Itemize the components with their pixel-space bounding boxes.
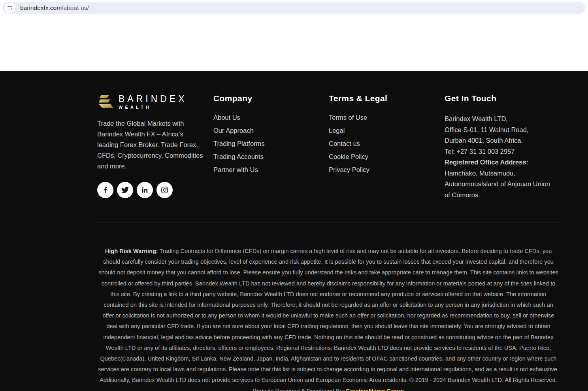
contact-heading: Get In Touch: [445, 94, 560, 103]
footer-columns: BARINDEX WEALTH Trade the Global Markets…: [97, 94, 560, 200]
creativemagic-credit-link[interactable]: CreativeMagic Group: [346, 388, 404, 391]
browser-toolbar: barindexfx.com/about-us/: [0, 0, 588, 16]
brand-wordmark: BARINDEX WEALTH: [119, 94, 187, 110]
url-text[interactable]: barindexfx.com/about-us/: [20, 4, 89, 11]
registered-address-1: Hamchako, Mutsamudu,: [445, 168, 560, 179]
footer-divider: [97, 223, 560, 223]
social-links: [97, 182, 213, 198]
company-heading: Company: [213, 94, 329, 103]
linkedin-button[interactable]: [137, 182, 153, 198]
link-trading-accounts[interactable]: Trading Accounts: [213, 153, 329, 161]
brand-subname: WEALTH: [119, 105, 187, 110]
facebook-button[interactable]: [97, 182, 113, 198]
brand-name: BARINDEX: [119, 94, 187, 104]
linkedin-icon: [141, 186, 149, 194]
contact-company: Barindex Wealth LTD,: [445, 113, 560, 125]
footer-contact-column: Get In Touch Barindex Wealth LTD, Office…: [445, 94, 560, 200]
contact-phone: Tel: +27 31 31 003 2957: [445, 146, 560, 157]
site-settings-icon[interactable]: [5, 3, 15, 13]
link-terms-of-use[interactable]: Terms of Use: [329, 113, 445, 121]
footer-container: BARINDEX WEALTH Trade the Global Markets…: [97, 71, 560, 391]
high-risk-warning-label: High Risk Warning:: [105, 248, 158, 254]
site-footer: BARINDEX WEALTH Trade the Global Markets…: [0, 71, 588, 391]
barindex-logo-icon: [97, 94, 115, 110]
footer-company-column: Company About Us Our Approach Trading Pl…: [213, 94, 329, 200]
disclaimer-body: Trading Contracts for Difference (CFDs) …: [98, 248, 559, 383]
link-cookie-policy[interactable]: Cookie Policy: [329, 153, 445, 161]
brand-description: Trade the Global Markets with Barindex W…: [97, 118, 203, 172]
link-contact-us[interactable]: Contact us: [329, 140, 445, 147]
terms-heading: Terms & Legal: [329, 94, 445, 103]
link-about-us[interactable]: About Us: [213, 113, 329, 121]
registered-address-2: AutonomousIsland of Anjouan Union: [445, 179, 560, 190]
link-our-approach[interactable]: Our Approach: [213, 127, 329, 134]
link-privacy-policy[interactable]: Privacy Policy: [329, 166, 445, 174]
link-trading-platforms[interactable]: Trading Platforms: [213, 140, 329, 147]
footer-terms-column: Terms & Legal Terms of Use Legal Contact…: [329, 94, 445, 200]
instagram-icon: [161, 186, 168, 194]
contact-address-2: Durban 4001, South Africa.: [445, 135, 560, 146]
footer-brand-column: BARINDEX WEALTH Trade the Global Markets…: [97, 94, 213, 200]
instagram-button[interactable]: [156, 182, 173, 198]
contact-address-1: Office S-01, 11 Walnut Road,: [445, 125, 560, 136]
registered-office-label: Registered Office Address:: [445, 157, 560, 168]
registered-address-3: of Comoros.: [445, 190, 560, 201]
risk-disclaimer: High Risk Warning: Trading Contracts for…: [97, 246, 560, 391]
twitter-button[interactable]: [117, 182, 133, 198]
brand-logo[interactable]: BARINDEX WEALTH: [97, 94, 213, 110]
address-bar[interactable]: barindexfx.com/about-us/: [2, 2, 586, 14]
url-path: /about-us/: [62, 4, 89, 11]
link-legal[interactable]: Legal: [329, 127, 445, 134]
url-domain: barindexfx.com: [20, 4, 62, 11]
link-partner-with-us[interactable]: Partner with Us: [213, 166, 329, 174]
facebook-icon: [102, 186, 109, 194]
twitter-icon: [121, 186, 129, 194]
